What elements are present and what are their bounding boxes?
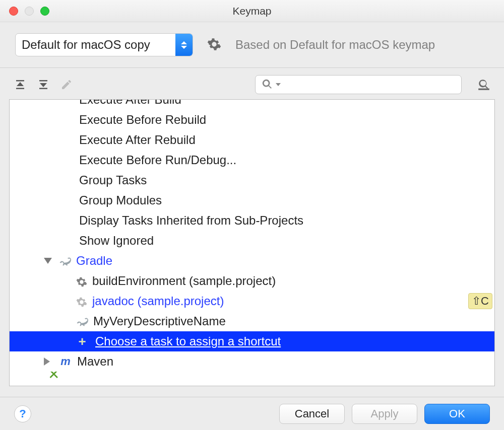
svg-rect-1 [16,88,24,90]
tree-item-label: Group Modules [79,193,162,207]
tree-item-label: Execute After Rebuild [79,133,196,147]
gear-icon [207,37,221,51]
tree-item-label: Choose a task to assign a shortcut [95,334,281,348]
find-shortcut-icon [477,78,490,91]
svg-rect-2 [39,80,47,82]
tree-group-maven[interactable]: m Maven [10,351,494,372]
search-input-container[interactable] [255,75,462,94]
action-tree[interactable]: Execute After Build Execute Before Rebui… [9,99,495,386]
keymap-top-panel: Default for macOS copy Based on Default … [0,22,504,68]
based-on-label: Based on Default for macOS keymap [235,38,435,52]
keymap-actions-gear-button[interactable] [207,37,221,53]
collapse-all-icon [37,79,49,91]
cancel-button[interactable]: Cancel [279,404,345,424]
check-icon: ✕ [48,372,61,381]
keymap-select-label: Default for macOS copy [16,38,175,52]
svg-rect-3 [39,88,47,90]
keymap-select-arrows[interactable] [175,34,193,56]
chevron-right-icon [44,357,50,366]
search-icon [262,79,273,91]
help-button[interactable]: ? [14,405,31,422]
apply-label: Apply [370,407,398,420]
tree-group-label: Gradle [76,254,112,268]
dialog-footer: ? Cancel Apply OK [0,397,504,430]
tree-group-gradle[interactable]: Gradle [10,251,494,271]
search-input[interactable] [284,79,455,91]
tree-item-label: Show Ignored [79,234,154,248]
expand-all-icon [14,79,26,91]
tree-item-gradle-task[interactable]: javadoc (sample.project) ⇧C [10,291,494,311]
tree-item[interactable]: Execute After Rebuild [10,130,494,150]
gear-icon [76,294,92,308]
chevron-up-icon [181,41,187,44]
chevron-down-icon [181,46,187,49]
tree-item-label: Group Tasks [79,173,147,187]
shortcut-text: ⇧C [472,295,489,308]
expand-all-button[interactable] [13,78,27,92]
svg-rect-0 [16,80,24,82]
tree-item-label: Display Tasks Inherited from Sub-Project… [79,213,303,228]
tree-item-label: javadoc (sample.project) [92,294,224,308]
shortcut-badge: ⇧C [468,293,492,309]
apply-button: Apply [352,404,417,424]
keymap-select[interactable]: Default for macOS copy [15,33,193,56]
keymap-toolbar [0,68,504,99]
tree-item[interactable]: Show Ignored [10,231,494,251]
tree-item-label: MyVeryDescriptiveName [93,314,226,328]
tree-item[interactable]: ✕ [10,372,494,381]
gradle-icon [59,254,76,268]
tree-item-gradle-task[interactable]: buildEnvironment (sample.project) [10,271,494,291]
tree-item[interactable]: Execute Before Run/Debug... [10,150,494,170]
gradle-icon [76,314,93,328]
chevron-down-icon [276,83,281,86]
help-label: ? [19,407,26,420]
pencil-icon [60,79,73,91]
cancel-label: Cancel [295,407,329,420]
tree-item-label: Execute Before Run/Debug... [79,153,236,167]
ok-button[interactable]: OK [424,404,490,424]
tree-item-label: buildEnvironment (sample.project) [92,274,276,288]
tree-item[interactable]: Group Modules [10,190,494,210]
tree-item[interactable]: Execute After Build [10,99,494,110]
plus-icon: + [76,334,88,349]
maven-icon: m [59,355,72,368]
edit-shortcut-button[interactable] [59,78,74,92]
collapse-all-button[interactable] [36,78,50,92]
ok-label: OK [449,407,465,420]
chevron-down-icon [44,258,52,264]
titlebar: Keymap [0,0,504,22]
tree-item-label: Execute Before Rebuild [79,113,206,127]
tree-group-label: Maven [77,354,113,369]
tree-item[interactable]: Group Tasks [10,170,494,190]
tree-item-choose-task[interactable]: + Choose a task to assign a shortcut [10,331,494,351]
window-title: Keymap [0,5,504,17]
tree-item[interactable]: Execute Before Rebuild [10,110,494,130]
find-by-shortcut-button[interactable] [477,78,491,92]
tree-item-label: Execute After Build [79,99,181,107]
gear-icon [76,274,92,288]
tree-item-gradle-task[interactable]: MyVeryDescriptiveName [10,311,494,331]
svg-rect-4 [478,89,489,90]
tree-item[interactable]: Display Tasks Inherited from Sub-Project… [10,210,494,231]
